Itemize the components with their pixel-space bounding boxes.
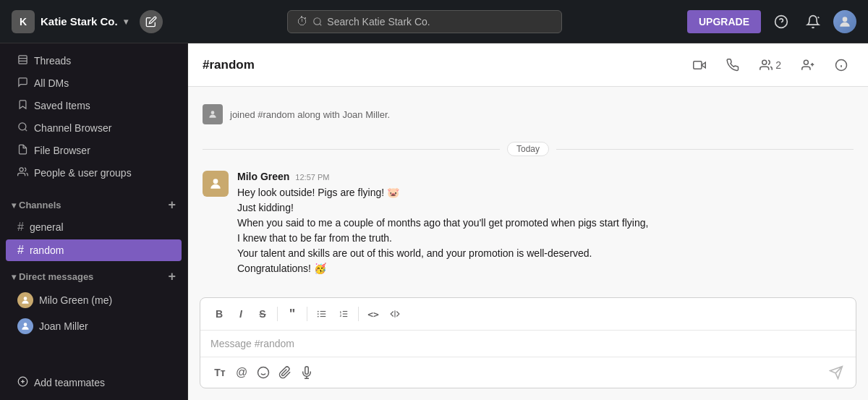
unordered-list-button[interactable] <box>312 304 332 324</box>
sidebar-item-threads-label: Threads <box>34 55 71 67</box>
message-input[interactable]: Message #random <box>200 331 856 357</box>
channel-info-button[interactable] <box>829 56 854 75</box>
top-header: K Katie Stark Co. ▾ ⏱ Search Katie Stark… <box>0 0 868 43</box>
sidebar-item-milo[interactable]: Milo Green (me) <box>6 288 182 312</box>
message-row: Milo Green 12:57 PM Hey look outside! Pi… <box>203 168 854 279</box>
join-avatar <box>203 104 223 124</box>
msg-line-6: Congratulations! 🥳 <box>237 261 854 276</box>
msg-line-5: Your talent and skills are out of this w… <box>237 246 854 261</box>
main-layout: Threads All DMs Saved Items Channel Brow… <box>0 43 868 400</box>
toolbar-separator-2 <box>307 307 307 321</box>
joan-avatar <box>17 318 33 334</box>
search-bar[interactable]: ⏱ Search Katie Stark Co. <box>287 10 562 33</box>
msg-line-3: When you said to me a couple of months a… <box>237 216 854 231</box>
blockquote-button[interactable]: " <box>282 304 302 324</box>
notifications-button[interactable] <box>801 10 825 33</box>
channels-section-label: Channels <box>19 200 61 210</box>
send-button[interactable] <box>825 362 847 383</box>
video-call-button[interactable] <box>687 56 712 75</box>
svg-rect-5 <box>19 56 27 64</box>
chevron-icon: ▾ <box>12 200 16 210</box>
message-placeholder: Message #random <box>210 338 294 349</box>
sidebar-item-channel-browser[interactable]: Channel Browser <box>6 117 182 139</box>
add-teammates-label: Add teammates <box>34 377 105 388</box>
sidebar-bottom: Add teammates <box>0 371 187 400</box>
people-groups-icon <box>17 166 28 179</box>
join-message-text: joined #random along with Joan Miller. <box>230 109 390 120</box>
text-style-button[interactable]: Tт <box>209 362 231 383</box>
search-icon <box>312 17 323 27</box>
mention-button[interactable]: @ <box>231 362 252 383</box>
message-content: Milo Green 12:57 PM Hey look outside! Pi… <box>237 171 854 276</box>
user-avatar[interactable] <box>833 10 856 33</box>
code-block-button[interactable] <box>385 304 405 324</box>
all-dms-icon <box>17 77 28 90</box>
svg-point-37 <box>258 367 269 378</box>
sidebar-item-saved-items[interactable]: Saved Items <box>6 95 182 116</box>
member-count: 2 <box>775 59 781 71</box>
toolbar-separator-1 <box>277 307 278 321</box>
help-button[interactable] <box>770 10 793 33</box>
sidebar-item-file-browser[interactable]: File Browser <box>6 140 182 161</box>
divider-line-left <box>203 149 500 150</box>
bold-button[interactable]: B <box>209 304 229 324</box>
add-channel-button[interactable]: + <box>168 197 176 213</box>
svg-point-4 <box>843 17 848 22</box>
channels-section[interactable]: ▾ Channels + <box>0 190 187 216</box>
sidebar-item-saved-label: Saved Items <box>34 100 90 111</box>
date-label: Today <box>507 142 549 156</box>
workspace-icon: K <box>12 10 35 33</box>
code-button[interactable]: <> <box>363 304 383 324</box>
msg-line-2: Just kidding! <box>237 200 854 216</box>
message-avatar <box>203 171 229 197</box>
milo-label: Milo Green (me) <box>39 294 112 306</box>
svg-marker-16 <box>702 62 705 68</box>
add-teammates-button[interactable]: Add teammates <box>6 372 182 393</box>
add-dm-button[interactable]: + <box>168 269 176 284</box>
dm-section[interactable]: ▾ Direct messages + <box>0 262 187 287</box>
sidebar-item-joan[interactable]: Joan Miller <box>6 314 182 339</box>
sidebar-item-people-groups[interactable]: People & user groups <box>6 162 182 184</box>
attach-button[interactable] <box>274 362 296 383</box>
sidebar-item-channel-browser-label: Channel Browser <box>34 122 111 134</box>
sidebar-item-all-dms[interactable]: All DMs <box>6 72 182 94</box>
divider-line-right <box>556 149 854 150</box>
compose-icon[interactable] <box>140 10 163 33</box>
hash-active-icon: # <box>17 244 24 257</box>
joan-user: Joan Miller <box>17 318 88 334</box>
sidebar-item-general[interactable]: # general <box>6 216 182 238</box>
input-bottom-bar: Tт @ <box>200 357 856 388</box>
italic-button[interactable]: I <box>231 304 251 324</box>
strikethrough-button[interactable]: S <box>252 304 273 324</box>
chat-actions: 2 <box>687 56 854 75</box>
joan-label: Joan Miller <box>39 320 88 332</box>
svg-point-31 <box>318 313 319 315</box>
message-time: 12:57 PM <box>295 173 329 182</box>
add-member-button[interactable] <box>796 56 820 75</box>
add-teammates-icon <box>17 376 28 389</box>
file-browser-icon <box>17 144 28 157</box>
emoji-button[interactable] <box>252 362 274 383</box>
workspace-selector[interactable]: K Katie Stark Co. ▾ <box>12 10 163 33</box>
svg-point-8 <box>19 123 26 130</box>
join-message: joined #random along with Joan Miller. <box>203 98 854 130</box>
dm-chevron-icon: ▾ <box>12 272 16 282</box>
message-input-area: B I S " <> Message #random <box>200 297 856 388</box>
svg-point-0 <box>314 17 320 24</box>
dm-section-label: Direct messages <box>19 271 93 282</box>
svg-point-19 <box>804 60 808 64</box>
milo-avatar <box>17 292 33 308</box>
sidebar-item-random[interactable]: # random <box>6 239 182 261</box>
voice-button[interactable] <box>296 362 318 383</box>
history-icon: ⏱ <box>297 15 308 28</box>
message-author: Milo Green <box>237 171 289 182</box>
audio-call-button[interactable] <box>720 56 745 75</box>
msg-line-1: Hey look outside! Pigs are flying! 🐷 <box>237 185 854 200</box>
message-text: Hey look outside! Pigs are flying! 🐷 Jus… <box>237 185 854 276</box>
toolbar-separator-3 <box>358 307 359 321</box>
dm-section-left: ▾ Direct messages <box>12 271 93 282</box>
ordered-list-button[interactable] <box>333 304 354 324</box>
sidebar-item-threads[interactable]: Threads <box>6 50 182 72</box>
upgrade-button[interactable]: UPGRADE <box>687 10 761 33</box>
members-button[interactable]: 2 <box>754 56 787 75</box>
